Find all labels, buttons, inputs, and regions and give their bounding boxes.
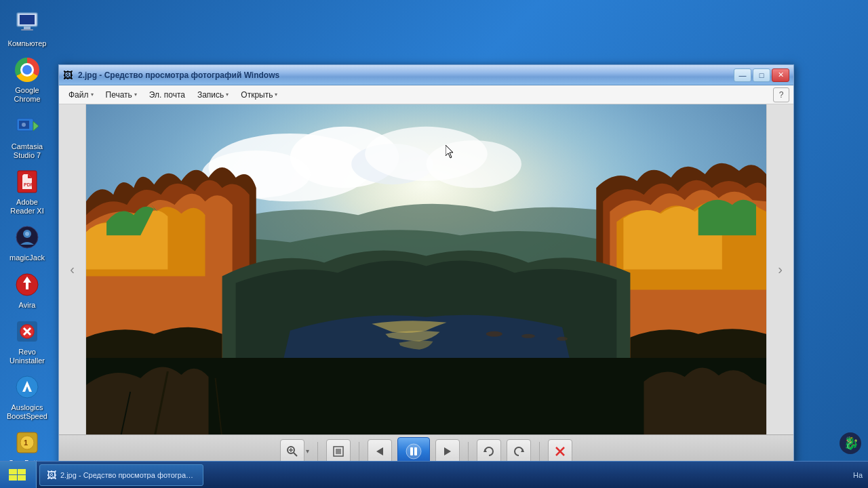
svg-rect-47 [414, 447, 417, 455]
zoom-group: ▾ [280, 439, 309, 464]
chrome-icon [14, 56, 41, 83]
desktop: Компьютер Google Chrome Camtasia Studio … [0, 0, 868, 488]
svg-rect-56 [18, 469, 26, 474]
desktop-icon-adobe[interactable]: PDF Adobe Reader XI [3, 165, 51, 218]
taskbar-time: На [853, 471, 863, 479]
svg-point-20 [16, 376, 38, 398]
nav-left-icon: ‹ [70, 262, 75, 277]
menu-record[interactable]: Запись ▾ [192, 88, 234, 102]
zoom-button[interactable] [280, 439, 304, 464]
minimize-button[interactable]: — [734, 68, 751, 82]
nav-next-button[interactable]: › [766, 104, 793, 434]
rotate-ccw-button[interactable] [477, 439, 501, 464]
svg-marker-5 [33, 121, 39, 131]
dragon-svg: 🐉 [838, 431, 863, 455]
next-image-icon [441, 445, 454, 458]
toolbar-sep-1 [317, 442, 318, 461]
svg-rect-3 [21, 29, 33, 30]
window-titlebar: 🖼 2.jpg - Средство просмотра фотографий … [59, 65, 793, 85]
svg-rect-1 [20, 15, 35, 24]
toolbar-sep-3 [468, 442, 469, 461]
slideshow-icon [405, 443, 422, 460]
delete-button[interactable] [548, 439, 572, 464]
onebutton-icon: 1 [14, 429, 41, 456]
prev-image-icon [374, 445, 386, 458]
menu-help-button[interactable]: ? [773, 87, 789, 102]
adobe-icon-label: Adobe Reader XI [5, 198, 50, 216]
taskbar-photo-viewer[interactable]: 🖼 2.jpg - Средство просмотра фотографий … [39, 464, 203, 486]
landscape-image [86, 104, 766, 434]
menu-open[interactable]: Открыть ▾ [235, 88, 283, 102]
menu-file[interactable]: Файл ▾ [63, 88, 99, 102]
window-app-icon: 🖼 [63, 70, 74, 81]
actual-size-icon [332, 445, 345, 458]
record-arrow-icon: ▾ [226, 92, 229, 98]
revo-icon [14, 318, 41, 345]
desktop-icon-avira[interactable]: Avira [3, 268, 51, 312]
svg-rect-46 [410, 447, 413, 455]
svg-point-45 [406, 444, 421, 459]
svg-text:1: 1 [24, 439, 28, 447]
camtasia-icon [14, 113, 41, 140]
prev-image-button[interactable] [368, 439, 392, 464]
svg-rect-43 [336, 449, 341, 454]
svg-marker-48 [444, 447, 451, 455]
svg-point-7 [22, 123, 26, 127]
adobe-icon: PDF [14, 168, 41, 195]
menu-print[interactable]: Печать ▾ [100, 88, 142, 102]
svg-rect-2 [24, 26, 31, 29]
open-arrow-icon: ▾ [275, 92, 277, 98]
window-title: 2.jpg - Средство просмотра фотографий Wi… [78, 70, 734, 80]
svg-marker-44 [376, 447, 383, 455]
computer-icon-label: Компьютер [8, 39, 47, 48]
taskbar-middle: 🖼 2.jpg - Средство просмотра фотографий … [37, 464, 848, 486]
chrome-icon-label: Google Chrome [5, 86, 50, 104]
nav-right-icon: › [778, 262, 783, 277]
toolbar-sep-4 [539, 442, 540, 461]
camtasia-icon-label: Camtasia Studio 7 [5, 142, 50, 160]
avira-icon [14, 271, 41, 298]
rotate-ccw-icon [482, 445, 496, 458]
auslogics-icon-label: Auslogics BoostSpeed [5, 403, 50, 421]
taskbar-right: На [848, 471, 868, 479]
toolbar-sep-2 [359, 442, 359, 461]
close-button[interactable]: ✕ [772, 68, 789, 82]
svg-point-36 [521, 334, 535, 338]
delete-icon [554, 445, 566, 458]
menu-email[interactable]: Эл. почта [144, 88, 191, 102]
photo-viewer-window: 🖼 2.jpg - Средство просмотра фотографий … [58, 64, 794, 468]
rotate-cw-button[interactable] [507, 439, 531, 464]
window-controls: — □ ✕ [734, 68, 789, 82]
desktop-icons-sidebar: Компьютер Google Chrome Camtasia Studio … [0, 0, 54, 461]
svg-rect-15 [26, 283, 28, 289]
actual-size-button[interactable] [326, 439, 351, 464]
desktop-icon-magicjack[interactable]: magicJack [3, 221, 51, 265]
svg-text:PDF: PDF [24, 182, 34, 187]
maximize-button[interactable]: □ [753, 68, 770, 82]
dragon-icon: 🐉 [838, 431, 863, 458]
nav-prev-button[interactable]: ‹ [59, 104, 86, 434]
revo-icon-label: Revo Uninstaller [5, 348, 50, 365]
desktop-icon-computer[interactable]: Компьютер [3, 7, 51, 51]
print-arrow-icon: ▾ [134, 92, 137, 98]
taskbar-item-icon: 🖼 [47, 470, 56, 481]
svg-point-31 [427, 140, 521, 188]
next-image-button[interactable] [435, 439, 460, 464]
desktop-icon-revo[interactable]: Revo Uninstaller [3, 315, 51, 368]
desktop-icon-chrome[interactable]: Google Chrome [3, 54, 51, 106]
svg-point-35 [486, 331, 502, 337]
zoom-dropdown-arrow[interactable]: ▾ [306, 447, 309, 455]
svg-text:🐉: 🐉 [844, 436, 859, 451]
start-button[interactable] [0, 462, 37, 489]
magicjack-icon-label: magicJack [9, 253, 45, 262]
rotate-cw-icon [512, 445, 526, 458]
menu-bar: Файл ▾ Печать ▾ Эл. почта Запись ▾ Откры… [59, 85, 793, 104]
svg-rect-58 [18, 475, 26, 481]
auslogics-icon [14, 373, 41, 401]
svg-rect-57 [9, 475, 17, 481]
taskbar: 🖼 2.jpg - Средство просмотра фотографий … [0, 461, 868, 488]
computer-icon [14, 9, 41, 37]
desktop-icon-camtasia[interactable]: Camtasia Studio 7 [3, 110, 51, 163]
taskbar-item-label: 2.jpg - Средство просмотра фотографий Wi… [60, 471, 196, 479]
desktop-icon-auslogics[interactable]: Auslogics BoostSpeed [3, 371, 51, 424]
